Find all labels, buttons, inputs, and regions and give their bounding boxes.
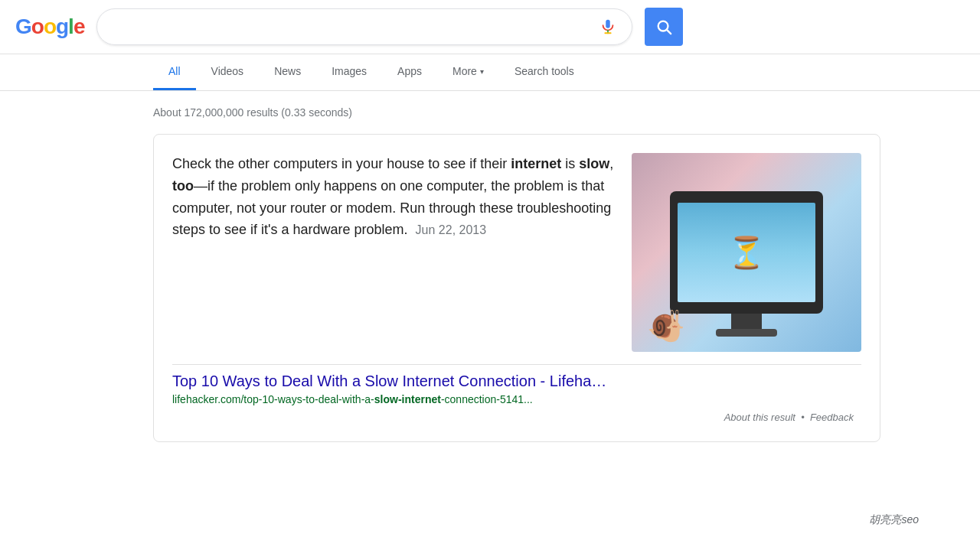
results-info: About 172,000,000 results (0.33 seconds): [0, 91, 980, 126]
card-body: Check the other computers in your house …: [172, 153, 861, 352]
monitor-screen: ⏳: [678, 203, 815, 302]
bold-internet: internet: [511, 156, 561, 171]
logo-letter-g2: g: [56, 15, 68, 38]
chevron-down-icon: ▾: [480, 67, 484, 76]
monitor-base: [716, 329, 777, 337]
mic-icon: [599, 18, 616, 35]
url-bold-slow-internet: slow-internet: [374, 393, 441, 405]
result-url: lifehacker.com/top-10-ways-to-deal-with-…: [172, 393, 861, 405]
google-logo: Google: [15, 15, 84, 39]
header: Google why is my internet so slow: [0, 0, 980, 54]
search-button[interactable]: [645, 8, 683, 46]
result-title-link[interactable]: Top 10 Ways to Deal With a Slow Internet…: [172, 373, 861, 390]
bold-slow: slow: [579, 156, 609, 171]
tab-search-tools[interactable]: Search tools: [499, 54, 590, 90]
about-this-result-link[interactable]: About this result: [724, 412, 795, 423]
result-card: Check the other computers in your house …: [153, 134, 880, 442]
monitor-stand: [731, 314, 762, 329]
tab-news[interactable]: News: [259, 54, 316, 90]
about-result: About this result • Feedback: [172, 412, 861, 423]
snail-decoration: 🐌: [647, 308, 685, 344]
tab-images[interactable]: Images: [316, 54, 382, 90]
logo-letter-o1: o: [31, 15, 44, 38]
bold-too: too: [172, 178, 194, 194]
svg-line-2: [668, 30, 671, 34]
svg-rect-0: [606, 20, 611, 28]
logo-letter-l: l: [68, 15, 74, 38]
card-image: ⏳ 🐌: [632, 153, 861, 352]
card-snippet: Check the other computers in your house …: [172, 153, 616, 352]
card-date: Jun 22, 2013: [416, 223, 487, 236]
nav-tabs: All Videos News Images Apps More ▾ Searc…: [0, 54, 980, 91]
tab-apps[interactable]: Apps: [382, 54, 437, 90]
logo-letter-o2: o: [44, 15, 56, 38]
tab-more[interactable]: More ▾: [437, 54, 499, 90]
tab-more-label: More: [452, 65, 477, 77]
tab-all[interactable]: All: [153, 54, 196, 90]
hourglass-icon: ⏳: [727, 235, 766, 271]
tab-videos[interactable]: Videos: [196, 54, 260, 90]
search-bar: why is my internet so slow: [96, 8, 632, 45]
logo-letter-g: G: [15, 15, 31, 38]
result-link-section: Top 10 Ways to Deal With a Slow Internet…: [172, 364, 861, 405]
monitor-illustration: ⏳: [670, 191, 823, 314]
main-content: Check the other computers in your house …: [0, 126, 980, 442]
search-input[interactable]: why is my internet so slow: [109, 19, 589, 35]
search-icon: [655, 18, 672, 35]
feedback-link[interactable]: Feedback: [810, 412, 854, 423]
mic-button[interactable]: [596, 15, 619, 38]
logo-letter-e: e: [74, 15, 85, 38]
